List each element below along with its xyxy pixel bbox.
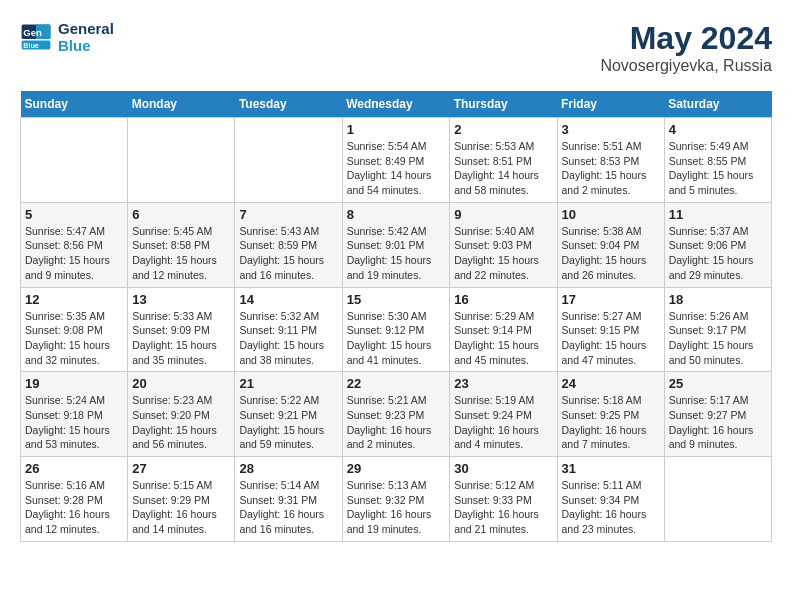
calendar-cell: 15Sunrise: 5:30 AM Sunset: 9:12 PM Dayli… xyxy=(342,287,450,372)
day-number: 13 xyxy=(132,292,230,307)
day-info: Sunrise: 5:51 AM Sunset: 8:53 PM Dayligh… xyxy=(562,139,660,198)
logo: Gen Blue General Blue xyxy=(20,20,114,54)
title-block: May 2024 Novosergiyevka, Russia xyxy=(600,20,772,75)
month-title: May 2024 xyxy=(600,20,772,57)
calendar-cell: 31Sunrise: 5:11 AM Sunset: 9:34 PM Dayli… xyxy=(557,457,664,542)
day-info: Sunrise: 5:45 AM Sunset: 8:58 PM Dayligh… xyxy=(132,224,230,283)
weekday-header: Wednesday xyxy=(342,91,450,118)
calendar-week-row: 5Sunrise: 5:47 AM Sunset: 8:56 PM Daylig… xyxy=(21,202,772,287)
weekday-header: Monday xyxy=(128,91,235,118)
weekday-header: Friday xyxy=(557,91,664,118)
day-number: 29 xyxy=(347,461,446,476)
day-number: 16 xyxy=(454,292,552,307)
day-number: 18 xyxy=(669,292,767,307)
calendar-cell: 20Sunrise: 5:23 AM Sunset: 9:20 PM Dayli… xyxy=(128,372,235,457)
day-number: 24 xyxy=(562,376,660,391)
calendar-cell: 25Sunrise: 5:17 AM Sunset: 9:27 PM Dayli… xyxy=(664,372,771,457)
calendar-cell: 26Sunrise: 5:16 AM Sunset: 9:28 PM Dayli… xyxy=(21,457,128,542)
day-info: Sunrise: 5:12 AM Sunset: 9:33 PM Dayligh… xyxy=(454,478,552,537)
calendar-cell xyxy=(664,457,771,542)
day-number: 2 xyxy=(454,122,552,137)
calendar-cell: 13Sunrise: 5:33 AM Sunset: 9:09 PM Dayli… xyxy=(128,287,235,372)
day-number: 11 xyxy=(669,207,767,222)
day-number: 23 xyxy=(454,376,552,391)
day-number: 26 xyxy=(25,461,123,476)
day-info: Sunrise: 5:38 AM Sunset: 9:04 PM Dayligh… xyxy=(562,224,660,283)
day-info: Sunrise: 5:37 AM Sunset: 9:06 PM Dayligh… xyxy=(669,224,767,283)
calendar-cell: 30Sunrise: 5:12 AM Sunset: 9:33 PM Dayli… xyxy=(450,457,557,542)
day-info: Sunrise: 5:14 AM Sunset: 9:31 PM Dayligh… xyxy=(239,478,337,537)
calendar-cell: 16Sunrise: 5:29 AM Sunset: 9:14 PM Dayli… xyxy=(450,287,557,372)
day-info: Sunrise: 5:54 AM Sunset: 8:49 PM Dayligh… xyxy=(347,139,446,198)
weekday-header: Tuesday xyxy=(235,91,342,118)
day-number: 25 xyxy=(669,376,767,391)
calendar-cell: 29Sunrise: 5:13 AM Sunset: 9:32 PM Dayli… xyxy=(342,457,450,542)
weekday-header: Thursday xyxy=(450,91,557,118)
weekday-header: Sunday xyxy=(21,91,128,118)
calendar-cell: 3Sunrise: 5:51 AM Sunset: 8:53 PM Daylig… xyxy=(557,118,664,203)
calendar-cell xyxy=(235,118,342,203)
calendar-cell: 4Sunrise: 5:49 AM Sunset: 8:55 PM Daylig… xyxy=(664,118,771,203)
calendar-cell: 1Sunrise: 5:54 AM Sunset: 8:49 PM Daylig… xyxy=(342,118,450,203)
page-header: Gen Blue General Blue May 2024 Novosergi… xyxy=(20,20,772,75)
day-number: 20 xyxy=(132,376,230,391)
calendar-week-row: 26Sunrise: 5:16 AM Sunset: 9:28 PM Dayli… xyxy=(21,457,772,542)
calendar-cell: 19Sunrise: 5:24 AM Sunset: 9:18 PM Dayli… xyxy=(21,372,128,457)
day-info: Sunrise: 5:47 AM Sunset: 8:56 PM Dayligh… xyxy=(25,224,123,283)
day-number: 3 xyxy=(562,122,660,137)
day-info: Sunrise: 5:32 AM Sunset: 9:11 PM Dayligh… xyxy=(239,309,337,368)
calendar-week-row: 12Sunrise: 5:35 AM Sunset: 9:08 PM Dayli… xyxy=(21,287,772,372)
calendar-cell: 22Sunrise: 5:21 AM Sunset: 9:23 PM Dayli… xyxy=(342,372,450,457)
day-info: Sunrise: 5:13 AM Sunset: 9:32 PM Dayligh… xyxy=(347,478,446,537)
day-info: Sunrise: 5:35 AM Sunset: 9:08 PM Dayligh… xyxy=(25,309,123,368)
calendar-cell xyxy=(128,118,235,203)
day-number: 9 xyxy=(454,207,552,222)
calendar-week-row: 19Sunrise: 5:24 AM Sunset: 9:18 PM Dayli… xyxy=(21,372,772,457)
day-number: 17 xyxy=(562,292,660,307)
calendar-table: SundayMondayTuesdayWednesdayThursdayFrid… xyxy=(20,91,772,542)
calendar-cell: 24Sunrise: 5:18 AM Sunset: 9:25 PM Dayli… xyxy=(557,372,664,457)
day-number: 5 xyxy=(25,207,123,222)
calendar-cell: 9Sunrise: 5:40 AM Sunset: 9:03 PM Daylig… xyxy=(450,202,557,287)
calendar-header-row: SundayMondayTuesdayWednesdayThursdayFrid… xyxy=(21,91,772,118)
day-info: Sunrise: 5:26 AM Sunset: 9:17 PM Dayligh… xyxy=(669,309,767,368)
calendar-cell: 8Sunrise: 5:42 AM Sunset: 9:01 PM Daylig… xyxy=(342,202,450,287)
calendar-week-row: 1Sunrise: 5:54 AM Sunset: 8:49 PM Daylig… xyxy=(21,118,772,203)
day-info: Sunrise: 5:24 AM Sunset: 9:18 PM Dayligh… xyxy=(25,393,123,452)
calendar-cell: 12Sunrise: 5:35 AM Sunset: 9:08 PM Dayli… xyxy=(21,287,128,372)
calendar-cell: 6Sunrise: 5:45 AM Sunset: 8:58 PM Daylig… xyxy=(128,202,235,287)
day-info: Sunrise: 5:33 AM Sunset: 9:09 PM Dayligh… xyxy=(132,309,230,368)
calendar-cell: 14Sunrise: 5:32 AM Sunset: 9:11 PM Dayli… xyxy=(235,287,342,372)
day-info: Sunrise: 5:16 AM Sunset: 9:28 PM Dayligh… xyxy=(25,478,123,537)
calendar-cell: 17Sunrise: 5:27 AM Sunset: 9:15 PM Dayli… xyxy=(557,287,664,372)
logo-text-line1: General xyxy=(58,20,114,37)
day-number: 30 xyxy=(454,461,552,476)
day-number: 22 xyxy=(347,376,446,391)
day-info: Sunrise: 5:22 AM Sunset: 9:21 PM Dayligh… xyxy=(239,393,337,452)
logo-icon: Gen Blue xyxy=(20,23,52,51)
day-number: 1 xyxy=(347,122,446,137)
day-info: Sunrise: 5:40 AM Sunset: 9:03 PM Dayligh… xyxy=(454,224,552,283)
calendar-cell: 27Sunrise: 5:15 AM Sunset: 9:29 PM Dayli… xyxy=(128,457,235,542)
day-info: Sunrise: 5:53 AM Sunset: 8:51 PM Dayligh… xyxy=(454,139,552,198)
day-info: Sunrise: 5:27 AM Sunset: 9:15 PM Dayligh… xyxy=(562,309,660,368)
weekday-header: Saturday xyxy=(664,91,771,118)
calendar-cell: 21Sunrise: 5:22 AM Sunset: 9:21 PM Dayli… xyxy=(235,372,342,457)
day-number: 12 xyxy=(25,292,123,307)
svg-text:Blue: Blue xyxy=(23,41,39,50)
calendar-cell: 11Sunrise: 5:37 AM Sunset: 9:06 PM Dayli… xyxy=(664,202,771,287)
calendar-cell: 23Sunrise: 5:19 AM Sunset: 9:24 PM Dayli… xyxy=(450,372,557,457)
day-info: Sunrise: 5:21 AM Sunset: 9:23 PM Dayligh… xyxy=(347,393,446,452)
day-number: 27 xyxy=(132,461,230,476)
calendar-cell: 2Sunrise: 5:53 AM Sunset: 8:51 PM Daylig… xyxy=(450,118,557,203)
day-number: 28 xyxy=(239,461,337,476)
logo-text-line2: Blue xyxy=(58,37,114,54)
location-title: Novosergiyevka, Russia xyxy=(600,57,772,75)
day-info: Sunrise: 5:49 AM Sunset: 8:55 PM Dayligh… xyxy=(669,139,767,198)
day-number: 8 xyxy=(347,207,446,222)
day-number: 14 xyxy=(239,292,337,307)
day-number: 7 xyxy=(239,207,337,222)
day-number: 31 xyxy=(562,461,660,476)
calendar-cell: 7Sunrise: 5:43 AM Sunset: 8:59 PM Daylig… xyxy=(235,202,342,287)
day-info: Sunrise: 5:23 AM Sunset: 9:20 PM Dayligh… xyxy=(132,393,230,452)
